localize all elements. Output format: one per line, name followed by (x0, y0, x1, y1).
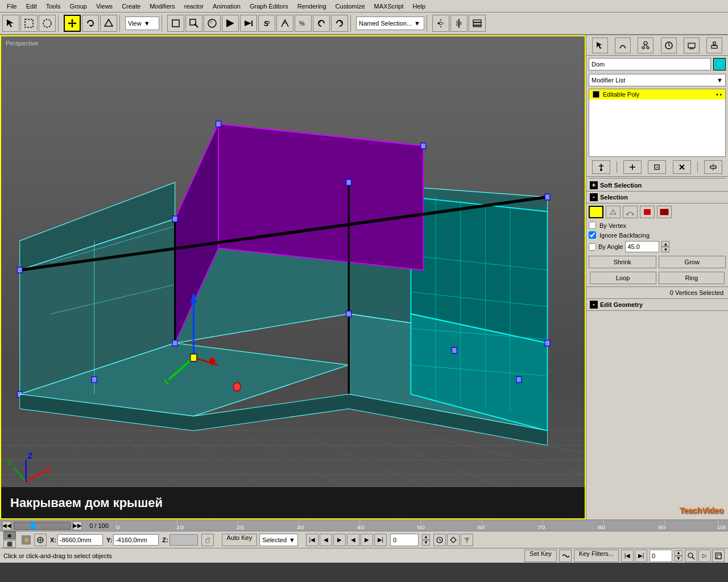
modifier-editable-poly[interactable]: Editable Poly • • (589, 89, 725, 99)
panel-hierarchy[interactable] (638, 38, 653, 53)
menu-maxscript[interactable]: MAXScript (370, 2, 408, 11)
circle-select-tool[interactable] (39, 15, 56, 32)
element-select-icon[interactable] (657, 206, 672, 218)
vertex-select-icon[interactable] (589, 206, 603, 218)
by-angle-field[interactable] (625, 241, 659, 252)
mini-timeline[interactable] (14, 522, 71, 530)
current-frame-field[interactable] (390, 534, 419, 546)
menu-help[interactable]: Help (408, 2, 431, 11)
next-key-btn[interactable]: ▶| (635, 550, 647, 562)
object-name-input[interactable] (589, 58, 711, 70)
maximize-viewport-btn[interactable] (712, 550, 725, 562)
go-end-btn[interactable]: ▶▶ (73, 521, 82, 530)
lock-icon[interactable]: 🔒 (22, 535, 31, 544)
render-scene[interactable] (222, 15, 239, 32)
viewport-perspective[interactable]: Perspective (0, 35, 586, 519)
polygon-select-icon[interactable] (640, 206, 655, 218)
show-end-result-btn[interactable] (623, 160, 642, 174)
key-icon[interactable]: ⬛ (3, 540, 16, 548)
prev-frame-btn[interactable]: ◀ (320, 534, 332, 546)
timeline-ruler[interactable]: 0 10 20 30 40 50 60 70 80 90 100 (116, 520, 726, 531)
frame-spinner-down[interactable]: ▼ (422, 540, 430, 546)
angle-snap[interactable] (276, 15, 293, 32)
viewport-dropdown[interactable]: View ▼ (125, 16, 159, 30)
quick-render[interactable] (240, 15, 257, 32)
menu-create[interactable]: Create (117, 2, 145, 11)
filter-btn[interactable] (461, 534, 473, 546)
time-config-btn[interactable] (433, 534, 446, 546)
menu-views[interactable]: Views (92, 2, 117, 11)
panel-motion[interactable] (661, 38, 677, 53)
frame-icon[interactable]: ▣ (3, 531, 16, 539)
angle-spinner-down[interactable]: ▼ (661, 247, 669, 252)
scale-tool[interactable] (100, 15, 117, 32)
panel-display[interactable] (684, 38, 700, 53)
edge-select-icon[interactable] (606, 206, 621, 218)
soft-selection-header[interactable]: + Soft Selection (586, 180, 728, 192)
pin-stack-btn[interactable] (592, 160, 610, 174)
panel-ffd-tool[interactable] (615, 38, 631, 53)
zoom-time-btn[interactable] (685, 550, 697, 562)
selection-header[interactable]: - Selection (586, 192, 728, 203)
selected-dropdown[interactable]: Selected ▼ (259, 534, 298, 546)
modifier-stack[interactable]: Editable Poly • • (589, 89, 726, 157)
auto-key-button[interactable]: Auto Key (222, 534, 258, 546)
by-vertex-checkbox[interactable] (589, 222, 596, 229)
menu-animation[interactable]: Animation (208, 2, 245, 11)
ignore-backfacing-checkbox[interactable] (589, 231, 596, 239)
pan-time-btn[interactable]: ▷ (698, 550, 711, 562)
rect-select-tool[interactable] (20, 15, 38, 32)
x-coord-field[interactable] (57, 534, 103, 546)
menu-customize[interactable]: Customize (331, 2, 370, 11)
remove-modifier-btn[interactable] (673, 160, 691, 174)
end-frame-field[interactable] (650, 550, 672, 562)
object-color-swatch[interactable] (713, 58, 726, 70)
region-zoom[interactable] (185, 15, 202, 32)
key-filters-button[interactable]: Key Filters... (574, 550, 619, 562)
prev-key-btn[interactable]: |◀ (621, 550, 634, 562)
align-tool[interactable] (450, 15, 468, 32)
menu-graph-editors[interactable]: Graph Editors (245, 2, 293, 11)
play-btn[interactable]: ▶ (333, 534, 346, 546)
go-end-playback-btn[interactable]: ▶| (374, 534, 387, 546)
menu-rendering[interactable]: Rendering (293, 2, 331, 11)
frame-spinner[interactable]: ▲ ▼ (422, 534, 430, 546)
make-unique-btn[interactable] (648, 160, 666, 174)
configure-modifier-sets-btn[interactable] (704, 160, 722, 174)
move-tool[interactable] (64, 15, 81, 32)
menu-modifiers[interactable]: Modifiers (145, 2, 180, 11)
named-selection-dropdown[interactable]: Named Selection... ▼ (356, 16, 424, 30)
redo[interactable] (331, 15, 348, 32)
select-tool[interactable] (2, 15, 19, 32)
undo[interactable] (313, 15, 330, 32)
border-select-icon[interactable] (623, 206, 638, 218)
play-reverse-btn[interactable]: ◀ (347, 534, 359, 546)
percent-snap[interactable]: % (295, 15, 312, 32)
menu-tools[interactable]: Tools (42, 2, 65, 11)
end-frame-down[interactable]: ▼ (675, 556, 682, 562)
zoom-extents[interactable] (167, 15, 184, 32)
go-start-playback-btn[interactable]: |◀ (306, 534, 318, 546)
modifier-list-dropdown[interactable]: Modifier List ▼ (589, 74, 726, 86)
shrink-button[interactable]: Shrink (589, 256, 656, 268)
z-coord-field[interactable] (169, 534, 198, 546)
menu-edit[interactable]: Edit (22, 2, 42, 11)
go-start-btn[interactable]: ◀◀ (2, 521, 11, 530)
menu-file[interactable]: File (2, 2, 22, 11)
grow-button[interactable]: Grow (659, 256, 726, 268)
panel-utilities[interactable] (706, 38, 722, 53)
next-frame-btn[interactable]: ▶ (361, 534, 373, 546)
key-mode-btn[interactable] (447, 534, 460, 546)
material-editor[interactable] (204, 15, 221, 32)
set-key-button[interactable]: Set Key (524, 550, 557, 562)
by-angle-checkbox[interactable] (589, 243, 596, 251)
menu-group[interactable]: Group (65, 2, 92, 11)
menu-reactor[interactable]: reactor (180, 2, 208, 11)
layer-manager[interactable] (469, 15, 486, 32)
frame-spinner-up[interactable]: ▲ (422, 534, 430, 540)
loop-button[interactable]: Loop (590, 272, 656, 284)
rotate-tool[interactable] (82, 15, 99, 32)
angle-spinner-up[interactable]: ▲ (661, 241, 669, 247)
end-frame-up[interactable]: ▲ (675, 550, 682, 556)
edit-geometry-header[interactable]: - Edit Geometry (586, 299, 728, 311)
